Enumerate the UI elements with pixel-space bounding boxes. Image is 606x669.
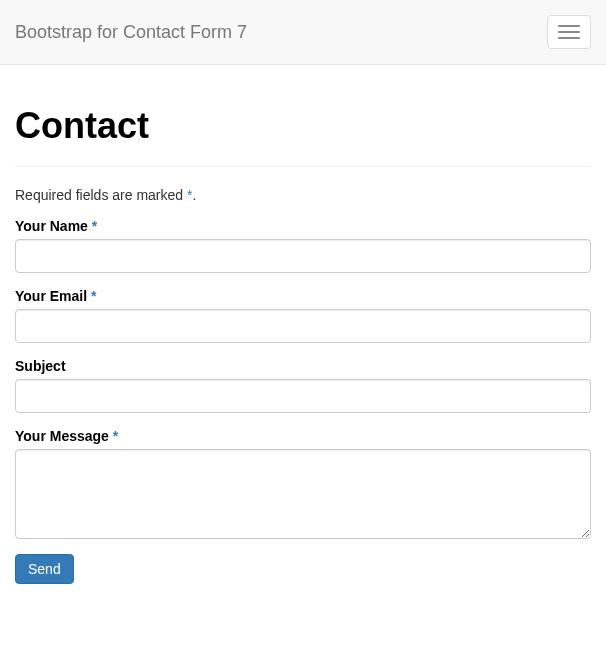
page-header: Contact — [15, 65, 591, 167]
email-input[interactable] — [15, 309, 591, 343]
required-note-suffix: . — [192, 187, 196, 203]
navbar: Bootstrap for Contact Form 7 — [0, 0, 606, 65]
name-label: Your Name * — [15, 218, 97, 234]
form-group-name: Your Name * — [15, 218, 591, 273]
message-input[interactable] — [15, 449, 591, 539]
page-title: Contact — [15, 105, 591, 147]
hamburger-icon — [558, 31, 580, 33]
required-fields-note: Required fields are marked *. — [15, 187, 591, 203]
subject-input[interactable] — [15, 379, 591, 413]
message-label-text: Your Message — [15, 428, 113, 444]
subject-label: Subject — [15, 358, 66, 374]
hamburger-icon — [558, 25, 580, 27]
name-label-text: Your Name — [15, 218, 92, 234]
form-group-email: Your Email * — [15, 288, 591, 343]
navbar-toggle-button[interactable] — [547, 15, 591, 49]
email-label: Your Email * — [15, 288, 96, 304]
name-input[interactable] — [15, 239, 591, 273]
send-button[interactable]: Send — [15, 554, 74, 584]
form-group-message: Your Message * — [15, 428, 591, 539]
email-label-text: Your Email — [15, 288, 91, 304]
hamburger-icon — [558, 37, 580, 39]
asterisk-icon: * — [91, 288, 96, 304]
form-container: Required fields are marked *. Your Name … — [0, 187, 606, 584]
navbar-brand: Bootstrap for Contact Form 7 — [15, 22, 247, 42]
message-label: Your Message * — [15, 428, 118, 444]
asterisk-icon: * — [113, 428, 118, 444]
required-note-prefix: Required fields are marked — [15, 187, 187, 203]
form-group-subject: Subject — [15, 358, 591, 413]
asterisk-icon: * — [92, 218, 97, 234]
